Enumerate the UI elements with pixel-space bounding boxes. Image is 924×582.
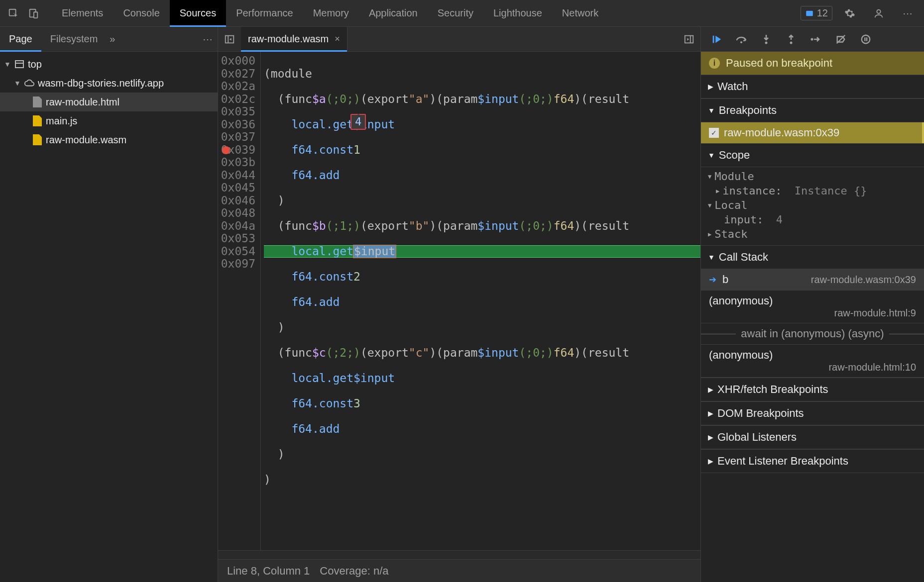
svg-point-13 [811,38,813,40]
line-gutter[interactable]: 0x000 0x027 0x02a 0x02c 0x035 0x036 0x03… [218,52,261,550]
tree-file-js[interactable]: main.js [0,111,218,130]
tab-performance[interactable]: Performance [226,0,303,27]
gutter-addr[interactable]: 0x048 [218,207,255,220]
debugger-panel: i Paused on breakpoint ▶ Watch ▼ Breakpo… [701,27,924,582]
settings-gear-icon[interactable] [841,5,858,22]
tree-file-html[interactable]: raw-module.html [0,93,218,111]
toggle-debugger-icon[interactable] [678,34,700,45]
gutter-addr[interactable]: 0x036 [218,118,255,131]
svg-point-15 [862,35,870,43]
callstack-loc: raw-module.wasm:0x39 [811,274,916,286]
callstack-frame[interactable]: (anonymous) raw-module.html:10 [701,345,924,378]
scope-stack[interactable]: ▶Stack [701,227,924,241]
horizontal-scrollbar[interactable] [218,550,700,559]
expand-icon: ▶ [708,83,713,91]
tab-sources[interactable]: Sources [170,0,226,27]
debugger-toolbar [701,27,924,52]
section-xhr-breakpoints[interactable]: ▶ XHR/fetch Breakpoints [701,378,924,401]
breakpoint-checkbox[interactable]: ✓ [709,128,719,138]
gutter-addr[interactable]: 0x045 [218,182,255,194]
tree-root-top[interactable]: ▼ top [0,55,218,74]
pause-exceptions-icon[interactable] [859,33,872,46]
breakpoint-marker-icon[interactable] [222,146,230,154]
tree-file-wasm[interactable]: raw-module.wasm [0,130,218,149]
tab-network[interactable]: Network [552,0,608,27]
section-dom-breakpoints[interactable]: ▶ DOM Breakpoints [701,401,924,425]
gutter-addr[interactable]: 0x097 [218,258,255,271]
callstack-loc: raw-module.html:9 [834,307,916,319]
issues-counter[interactable]: 12 [801,6,832,20]
scope-local[interactable]: ▼Local [701,198,924,212]
tree-domain-label: wasm-dbg-stories.netlify.app [38,78,164,89]
code-editor[interactable]: 0x000 0x027 0x02a 0x02c 0x035 0x036 0x03… [218,52,700,550]
gutter-addr[interactable]: 0x053 [218,232,255,245]
navigator-panel: Page Filesystem » ⋯ ▼ top ▼ wasm-dbg-sto… [0,27,218,582]
gutter-addr[interactable]: 0x035 [218,105,255,118]
tab-elements[interactable]: Elements [52,0,113,27]
file-icon [33,97,42,107]
toggle-navigator-icon[interactable] [218,34,241,45]
editor-file-tab[interactable]: raw-module.wasm × [241,27,347,52]
expand-icon: ▶ [708,409,713,417]
section-watch[interactable]: ▶ Watch [701,75,924,98]
resume-icon[interactable] [710,33,723,46]
sidebar-more-icon[interactable]: ⋯ [203,33,213,45]
file-tree: ▼ top ▼ wasm-dbg-stories.netlify.app raw… [0,52,218,152]
callstack-frame[interactable]: (anonymous) raw-module.html:9 [701,291,924,323]
step-into-icon[interactable] [760,33,773,46]
breakpoint-label: raw-module.wasm:0x39 [724,126,839,139]
cloud-icon [24,78,35,89]
tab-application[interactable]: Application [359,0,428,27]
gutter-addr[interactable]: 0x054 [218,245,255,258]
tab-memory[interactable]: Memory [303,0,359,27]
section-event-breakpoints[interactable]: ▶ Event Listener Breakpoints [701,449,924,473]
step-over-icon[interactable] [735,33,748,46]
tab-console[interactable]: Console [113,0,169,27]
gutter-addr[interactable]: 0x02a [218,80,255,93]
section-global-listeners[interactable]: ▶ Global Listeners [701,425,924,449]
section-scope[interactable]: ▼ Scope [701,143,924,167]
close-tab-icon[interactable]: × [335,34,340,44]
gutter-addr[interactable]: 0x04a [218,220,255,233]
gutter-addr[interactable]: 0x027 [218,68,255,81]
svg-rect-16 [864,37,865,41]
breakpoint-item[interactable]: ✓ raw-module.wasm:0x39 [701,122,924,143]
scope-instance[interactable]: ▶instance: Instance {} [701,184,924,198]
file-icon [33,134,42,145]
account-icon[interactable] [870,5,887,22]
expand-icon: ▶ [708,433,713,441]
cursor-position: Line 8, Column 1 [227,565,310,578]
tree-domain[interactable]: ▼ wasm-dbg-stories.netlify.app [0,74,218,93]
editor-statusbar: Line 8, Column 1 Coverage: n/a [218,559,700,582]
scope-var-input[interactable]: input: 4 [701,212,924,227]
gutter-addr[interactable]: 0x000 [218,55,255,68]
step-out-icon[interactable] [785,33,798,46]
tab-lighthouse[interactable]: Lighthouse [483,0,552,27]
scope-module[interactable]: ▼Module [701,169,924,184]
gutter-addr[interactable]: 0x046 [218,194,255,207]
device-toolbar-icon[interactable] [25,5,42,22]
svg-rect-9 [713,35,714,43]
section-breakpoints[interactable]: ▼ Breakpoints [701,98,924,122]
tab-security[interactable]: Security [428,0,483,27]
code-content[interactable]: (module (func $a (;0;) (export "a") (par… [261,52,700,550]
gutter-addr[interactable]: 0x044 [218,169,255,182]
step-icon[interactable] [809,33,822,46]
devtools-tabbar: Elements Console Sources Performance Mem… [0,0,924,27]
value-tooltip: 4 [350,114,366,130]
sidebar-tab-overflow-icon[interactable]: » [110,33,115,45]
gutter-addr[interactable]: 0x037 [218,131,255,144]
gutter-addr[interactable]: 0x02c [218,93,255,106]
more-menu-icon[interactable]: ⋯ [899,5,916,22]
gutter-addr[interactable]: 0x03b [218,156,255,169]
sidebar-tab-page[interactable]: Page [0,27,41,52]
deactivate-breakpoints-icon[interactable] [834,33,847,46]
svg-rect-17 [866,37,867,41]
gutter-addr[interactable]: 0x039 [218,144,255,157]
svg-rect-2 [34,12,37,18]
section-callstack[interactable]: ▼ Call Stack [701,245,924,269]
inspect-element-icon[interactable] [5,5,22,22]
sidebar-tab-filesystem[interactable]: Filesystem [41,27,107,52]
callstack-frame[interactable]: ➔ b raw-module.wasm:0x39 [701,269,924,291]
collapse-icon: ▼ [708,253,715,261]
